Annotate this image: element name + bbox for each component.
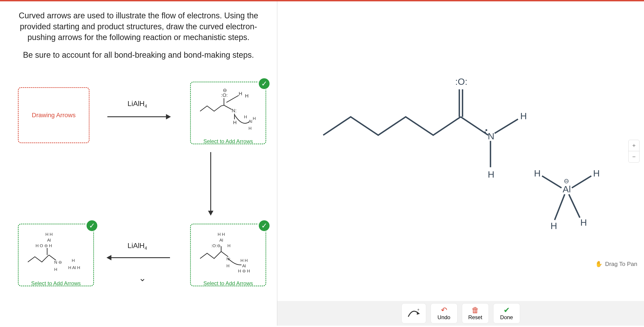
svg-text:H: H <box>534 168 541 178</box>
undo-button[interactable]: ↶ Undo <box>430 303 458 324</box>
reagent-label-2: LiAlH4 <box>128 242 147 251</box>
structure-thumbnail-3: H H Al :O:⊖ H N: H H H Al H ⊖ H <box>193 226 263 284</box>
svg-text:H: H <box>233 120 237 126</box>
svg-line-45 <box>572 176 591 188</box>
reaction-arrow-2 <box>210 152 211 215</box>
svg-text:Al: Al <box>242 264 246 268</box>
svg-text:H O ⊖ H: H O ⊖ H <box>36 244 52 248</box>
molecule-structure: :O: N H H Al ⊖ H H <box>277 1 644 301</box>
negative-charge: ⊖ <box>564 177 569 184</box>
question-paragraph-1: Curved arrows are used to illustrate the… <box>14 10 264 43</box>
drag-to-pan-hint: ✋ Drag To Pan <box>595 260 637 268</box>
question-paragraph-2: Be sure to account for all bond-breaking… <box>14 50 264 60</box>
svg-line-19 <box>221 252 228 257</box>
svg-text:H H: H H <box>46 232 52 237</box>
svg-text::O:⊖: :O:⊖ <box>212 244 220 248</box>
svg-text:H ⊖ H: H ⊖ H <box>238 269 250 274</box>
svg-marker-51 <box>417 312 420 315</box>
select-add-arrows-label: Select to Add Arrows <box>203 280 253 286</box>
question-panel: Curved arrows are used to illustrate the… <box>0 1 277 326</box>
oxygen-label: :O: <box>455 76 468 87</box>
zoom-in-button[interactable]: + <box>628 140 639 151</box>
svg-line-43 <box>542 176 562 188</box>
svg-text:H: H <box>550 221 557 231</box>
select-add-arrows-label: Select to Add Arrows <box>203 138 253 144</box>
aluminum-label: Al <box>562 184 571 194</box>
nitrogen-label: N <box>488 131 494 141</box>
svg-text:H: H <box>253 116 256 121</box>
curved-arrow-tool-button[interactable]: + <box>402 303 426 324</box>
reset-button[interactable]: 🗑 Reset <box>462 303 489 324</box>
svg-text:Al: Al <box>220 238 223 243</box>
svg-text:H: H <box>226 264 230 268</box>
step-box-active[interactable]: Drawing Arrows <box>18 87 90 143</box>
select-add-arrows-label: Select to Add Arrows <box>31 280 80 286</box>
reaction-arrow-1 <box>107 116 170 117</box>
step-box-3[interactable]: ✓ H H Al :O:⊖ H N: H H H Al H ⊖ H Select <box>190 224 266 286</box>
svg-line-3 <box>224 105 232 110</box>
svg-text:H H: H H <box>218 232 225 237</box>
svg-line-47 <box>554 194 564 220</box>
hand-icon: ✋ <box>595 260 602 268</box>
drawing-arrows-label: Drawing Arrows <box>32 112 76 119</box>
reagent-label-1: LiAlH4 <box>128 100 147 109</box>
svg-text:H: H <box>593 168 600 178</box>
svg-line-28 <box>49 255 56 260</box>
svg-line-49 <box>569 194 580 218</box>
done-button[interactable]: ✔ Done <box>493 303 520 324</box>
molecule-canvas[interactable]: :O: N H H Al ⊖ H H <box>277 1 644 301</box>
svg-text:H: H <box>239 91 242 96</box>
zoom-control: + − <box>628 140 640 162</box>
zoom-out-button[interactable]: − <box>628 151 639 162</box>
check-icon: ✓ <box>258 78 270 90</box>
step-box-2[interactable]: ✓ ⊖ :O: N: H H H H H Al H <box>190 82 266 144</box>
reaction-arrow-3 <box>107 257 170 258</box>
svg-text:H: H <box>228 244 230 248</box>
svg-point-38 <box>486 129 487 131</box>
undo-icon: ↶ <box>441 306 447 314</box>
svg-text:H: H <box>54 267 57 272</box>
structure-thumbnail-4: H H Al H O ⊖ H N ⊖ H H H Al H <box>21 226 91 284</box>
check-icon: ✓ <box>258 220 270 232</box>
svg-text:H Al H: H Al H <box>68 265 80 270</box>
svg-text:H: H <box>245 93 248 99</box>
chevron-down-icon[interactable]: ⌄ <box>139 273 146 283</box>
structure-thumbnail-2: ⊖ :O: N: H H H H H Al H <box>193 84 263 141</box>
svg-line-9 <box>226 96 239 102</box>
svg-text:Al: Al <box>47 238 51 243</box>
step-box-4[interactable]: ✓ H H Al H O ⊖ H N ⊖ H H H Al H Select t… <box>18 224 94 286</box>
drawing-canvas-panel: :O: N H H Al ⊖ H H <box>277 1 644 326</box>
svg-text:H: H <box>520 111 527 121</box>
svg-text:H: H <box>488 169 494 180</box>
canvas-toolbar: + ↶ Undo 🗑 Reset ✔ Done <box>277 301 644 326</box>
svg-text:H H: H H <box>240 258 248 263</box>
svg-text::O:: :O: <box>221 92 228 98</box>
check-circle-icon: ✔ <box>504 306 510 314</box>
svg-text:H: H <box>580 218 587 228</box>
svg-text:H: H <box>244 114 247 119</box>
svg-text:H: H <box>248 126 252 131</box>
svg-point-37 <box>484 132 486 133</box>
svg-text:+: + <box>417 308 420 312</box>
svg-line-39 <box>494 119 518 134</box>
svg-text:H: H <box>72 258 75 263</box>
svg-text:Al: Al <box>248 119 252 124</box>
svg-text:N:: N: <box>232 108 237 114</box>
svg-text:N ⊖: N ⊖ <box>54 260 62 265</box>
check-icon: ✓ <box>86 220 98 232</box>
trash-icon: 🗑 <box>472 306 479 314</box>
